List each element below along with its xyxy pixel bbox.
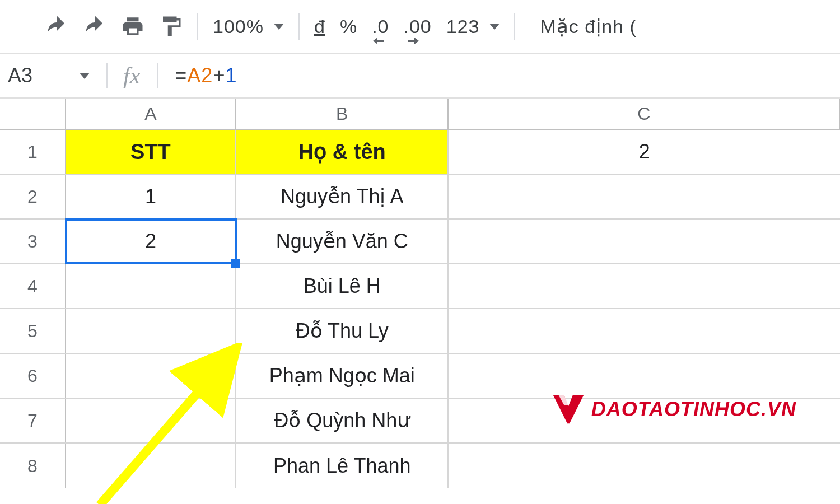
decrease-decimal[interactable]: .0 — [372, 16, 389, 38]
cell-C5[interactable] — [449, 309, 840, 353]
cell-A4[interactable] — [66, 264, 236, 308]
watermark: DAOTAOTINHOC.VN — [551, 392, 796, 427]
cell-C3[interactable] — [449, 220, 840, 263]
cell-A1[interactable]: STT — [66, 130, 236, 174]
col-header-B[interactable]: B — [236, 99, 449, 129]
cell-A7[interactable] — [66, 399, 236, 442]
row-header-7[interactable]: 7 — [0, 399, 66, 442]
cell-B1[interactable]: Họ & tên — [236, 130, 449, 174]
row-header-2[interactable]: 2 — [0, 175, 66, 218]
zoom-value: 100% — [213, 16, 264, 38]
cell-C1[interactable]: 2 — [449, 130, 840, 174]
cell-C2[interactable] — [449, 175, 840, 218]
row-header-3[interactable]: 3 — [0, 220, 66, 263]
col-header-C[interactable]: C — [449, 99, 840, 129]
row-header-4[interactable]: 4 — [0, 264, 66, 308]
spreadsheet-grid: A B C 1 STT Họ & tên 2 2 1 Nguyễn Thị A … — [0, 99, 840, 488]
row-header-5[interactable]: 5 — [0, 309, 66, 353]
cell-B8[interactable]: Phan Lê Thanh — [236, 444, 449, 488]
row: 2 1 Nguyễn Thị A — [0, 175, 840, 220]
col-header-A[interactable]: A — [66, 99, 236, 129]
zoom-dropdown[interactable]: 100% — [213, 16, 284, 38]
active-cell-ref: A3 — [8, 64, 32, 87]
row: 1 STT Họ & tên 2 — [0, 130, 840, 175]
row: 8 Phan Lê Thanh — [0, 444, 840, 488]
cell-A3[interactable]: 2 — [66, 220, 236, 263]
logo-icon — [551, 392, 586, 427]
cell-B3[interactable]: Nguyễn Văn C — [236, 220, 449, 263]
row: 4 Bùi Lê H — [0, 264, 840, 309]
undo-icon[interactable] — [45, 15, 68, 38]
row: 3 2 Nguyễn Văn C — [0, 220, 840, 264]
toolbar-separator — [197, 13, 198, 40]
cell-B4[interactable]: Bùi Lê H — [236, 264, 449, 308]
formula-input[interactable]: =A2+1 — [158, 64, 840, 87]
row: 5 Đỗ Thu Ly — [0, 309, 840, 354]
increase-decimal[interactable]: .00 — [403, 16, 431, 38]
fx-label: fx — [106, 63, 158, 89]
chevron-down-icon — [274, 24, 284, 30]
cell-A5[interactable] — [66, 309, 236, 353]
cell-A8[interactable] — [66, 444, 236, 488]
row-header-8[interactable]: 8 — [0, 444, 66, 488]
cell-C8[interactable] — [449, 444, 840, 488]
more-formats-dropdown[interactable]: 123 — [446, 16, 500, 38]
name-box[interactable]: A3 — [0, 54, 106, 97]
format-percent[interactable]: % — [340, 16, 357, 38]
toolbar: 100% đ % .0 .00 123 Mặc định ( — [0, 0, 840, 54]
cell-C4[interactable] — [449, 264, 840, 308]
paint-format-icon[interactable] — [159, 15, 183, 38]
font-dropdown[interactable]: Mặc định ( — [540, 15, 636, 38]
formula-bar: A3 fx =A2+1 — [0, 54, 840, 99]
select-all-corner[interactable] — [0, 99, 66, 129]
cell-B2[interactable]: Nguyễn Thị A — [236, 175, 449, 218]
toolbar-separator — [298, 13, 300, 40]
chevron-down-icon — [489, 24, 500, 30]
toolbar-separator — [514, 13, 515, 40]
cell-A2[interactable]: 1 — [66, 175, 236, 218]
cell-A6[interactable] — [66, 354, 236, 398]
format-currency[interactable]: đ — [314, 16, 325, 38]
cell-B7[interactable]: Đỗ Quỳnh Như — [236, 399, 449, 442]
cell-B6[interactable]: Phạm Ngọc Mai — [236, 354, 449, 398]
chevron-down-icon — [80, 73, 90, 79]
cell-C6[interactable] — [449, 354, 840, 398]
print-icon[interactable] — [121, 15, 144, 38]
redo-icon[interactable] — [83, 15, 106, 38]
row-header-6[interactable]: 6 — [0, 354, 66, 398]
watermark-text: DAOTAOTINHOC.VN — [591, 398, 796, 421]
svg-marker-2 — [553, 395, 584, 423]
cell-B5[interactable]: Đỗ Thu Ly — [236, 309, 449, 353]
row-header-1[interactable]: 1 — [0, 130, 66, 174]
column-headers: A B C — [0, 99, 840, 130]
